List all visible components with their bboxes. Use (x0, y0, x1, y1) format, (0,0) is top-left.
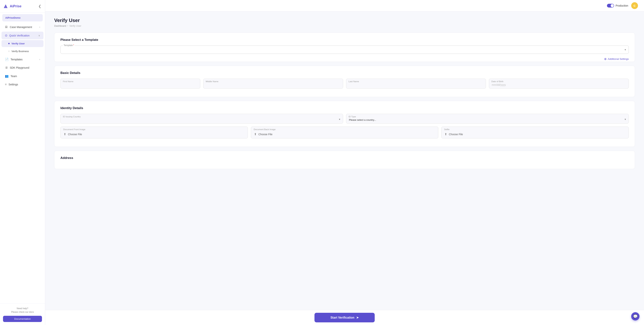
sidebar-item-settings[interactable]: ≡ Settings (2, 81, 44, 88)
template-section-title: Please Select a Template (60, 38, 629, 42)
sidebar-footer: Need help? Please check our docs Documen… (0, 304, 45, 325)
collapse-sidebar-button[interactable]: ❮ (38, 3, 42, 9)
basic-details-section: Basic Details First Name Middle Name Las… (54, 66, 635, 97)
upload-icon: ⬆ (444, 132, 447, 136)
sidebar-item-sdk-playground[interactable]: 🖥 SDK Playground (2, 64, 44, 71)
last-name-label: Last Name (348, 80, 359, 83)
main-area: Production C Verify User Dashboard • Ver… (45, 0, 644, 325)
address-section: Address (54, 151, 635, 169)
doc-front-label: Document Front Image (60, 127, 248, 131)
quick-verification-icon: ⊙ (5, 34, 7, 37)
doc-back-choose-button[interactable]: ⬆ Choose File (251, 131, 438, 138)
env-label: Production (616, 4, 628, 7)
sidebar-item-label: Quick Verification (9, 34, 30, 37)
user-avatar[interactable]: C (631, 2, 638, 9)
template-select[interactable] (64, 48, 626, 51)
sidebar-item-case-management[interactable]: 🏛 Case Management › (2, 23, 44, 31)
content-area: Verify User Dashboard • Verify User Plea… (45, 11, 644, 325)
id-issuing-country-select[interactable] (63, 118, 340, 121)
templates-icon: 📄 (5, 57, 9, 61)
identity-details-section: Identity Details ID Issuing Country ▾ ID… (54, 101, 635, 147)
documentation-button[interactable]: Documentation (3, 316, 42, 322)
sdk-icon: 🖥 (5, 66, 8, 69)
first-name-label: First Name (63, 80, 74, 83)
team-icon: 👥 (5, 74, 9, 78)
sidebar-item-label: Case Management (10, 25, 32, 28)
identity-details-title: Identity Details (60, 106, 629, 110)
breadcrumb-separator: • (67, 24, 68, 27)
breadcrumb: Dashboard • Verify User (54, 24, 635, 27)
sidebar-item-label: Settings (8, 83, 18, 86)
logo-icon (3, 3, 8, 9)
sidebar-item-team[interactable]: 👥 Team (2, 72, 44, 80)
sidebar-item-label: SDK Playground (10, 66, 29, 69)
sidebar-item-verify-business[interactable]: Verify Business (2, 48, 44, 55)
dob-field: Date of Birth (489, 79, 629, 89)
breadcrumb-current: Verify User (69, 24, 81, 27)
last-name-input[interactable] (349, 83, 483, 86)
id-country-label: ID Issuing Country (63, 115, 81, 118)
settings-icon: ≡ (5, 83, 6, 86)
doc-back-label: Document Back Image (251, 127, 438, 131)
start-verification-button[interactable]: Start Verification ➤ (314, 313, 375, 322)
topbar: Production C (45, 0, 644, 11)
workspace-label: AiPriseDemo (2, 14, 43, 21)
sidebar-item-label: Verify Business (12, 50, 29, 53)
sidebar-item-label: Team (10, 75, 17, 78)
plus-icon: ⊕ (604, 57, 606, 61)
id-issuing-country-field: ID Issuing Country ▾ (60, 114, 343, 124)
chevron-right-icon: › (39, 58, 40, 61)
document-files-row: Document Front Image ⬆ Choose File Docum… (60, 127, 629, 138)
active-dot-icon (8, 43, 10, 44)
selfie-label: Selfie (442, 127, 628, 131)
breadcrumb-home[interactable]: Dashboard (54, 24, 66, 27)
middle-name-label: Middle Name (206, 80, 218, 83)
chat-icon: 💬 (633, 314, 638, 319)
middle-name-field: Middle Name (203, 79, 343, 89)
template-field-wrapper: Template* ▾ (60, 45, 629, 54)
case-management-icon: 🏛 (5, 25, 8, 29)
help-text: Need help? Please check our docs (3, 307, 42, 314)
chevron-right-icon: › (39, 26, 40, 28)
dob-input[interactable] (492, 83, 626, 86)
sidebar-item-verify-user[interactable]: Verify User (2, 40, 44, 47)
sidebar-item-label: Verify User (12, 42, 25, 45)
dob-label: Date of Birth (491, 80, 504, 83)
arrow-icon: ➤ (356, 316, 359, 319)
id-type-field: ID Type Please select a country... ▾ (346, 114, 629, 124)
chat-support-button[interactable]: 💬 (631, 312, 640, 321)
sidebar-item-quick-verification[interactable]: ⊙ Quick Verification ∨ (2, 31, 44, 39)
first-name-input[interactable] (63, 83, 198, 86)
basic-details-row: First Name Middle Name Last Name Date of… (60, 79, 629, 89)
middle-name-input[interactable] (206, 83, 340, 86)
doc-front-choose-button[interactable]: ⬆ Choose File (60, 131, 248, 138)
logo-text: AiPrise (10, 4, 22, 8)
additional-settings-button[interactable]: ⊕ Additional Settings (604, 56, 629, 61)
last-name-field: Last Name (346, 79, 486, 89)
upload-icon: ⬆ (254, 132, 256, 136)
start-verification-label: Start Verification (330, 316, 354, 319)
template-section: Please Select a Template Template* ▾ ⊕ A… (54, 32, 635, 62)
sidebar-header: AiPrise ❮ (0, 0, 45, 12)
identity-country-row: ID Issuing Country ▾ ID Type Please sele… (60, 114, 629, 124)
doc-back-field: Document Back Image ⬆ Choose File (251, 127, 438, 138)
page-title: Verify User (54, 17, 635, 23)
selfie-field: Selfie ⬆ Choose File (441, 127, 629, 138)
sidebar: AiPrise ❮ AiPriseDemo 🏛 Case Management … (0, 0, 45, 325)
chevron-down-icon: ∨ (38, 34, 40, 37)
template-field-label: Template* (63, 44, 75, 47)
basic-details-title: Basic Details (60, 71, 629, 75)
env-toggle-wrap: Production (607, 4, 628, 7)
upload-icon: ⬆ (64, 132, 66, 136)
bottom-bar: Start Verification ➤ (45, 310, 644, 325)
production-toggle[interactable] (607, 4, 614, 7)
selfie-choose-button[interactable]: ⬆ Choose File (442, 131, 628, 138)
sidebar-item-label: Templates (10, 58, 22, 61)
logo: AiPrise (3, 3, 22, 9)
first-name-field: First Name (60, 79, 200, 89)
sidebar-item-templates[interactable]: 📄 Templates › (2, 55, 44, 63)
inactive-dot-icon (8, 51, 10, 52)
doc-front-field: Document Front Image ⬆ Choose File (60, 127, 248, 138)
address-section-title: Address (60, 156, 629, 160)
id-type-select[interactable]: Please select a country... (349, 118, 626, 121)
